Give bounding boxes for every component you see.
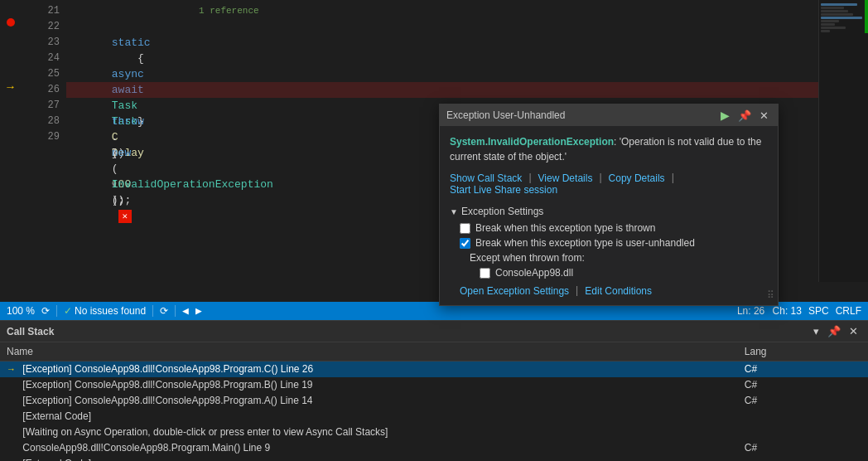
nav-left[interactable]: ◀ [182,304,189,318]
stack-row-7-name: [External Code] [0,456,738,462]
gutter-25 [0,63,21,79]
gutter-29 [0,126,21,142]
panel-header: Call Stack ▾ 📌 ✕ [0,321,868,342]
zoom-level: 100 % [7,305,35,317]
code-line-26: throw new InvalidOperationException (); … [66,82,868,98]
panel-dropdown-btn[interactable]: ▾ [810,323,822,339]
stack-row-3[interactable]: [Exception] ConsoleApp98.dll!ConsoleApp9… [0,393,868,409]
stack-row-5-lang [738,425,868,440]
open-exception-settings-link[interactable]: Open Exception Settings [460,285,569,297]
code-line-24: await Task . Delay ( 100 ); [66,51,868,66]
line-ending[interactable]: CRLF [836,305,861,317]
line-numbers: 21 22 23 24 25 26 27 28 29 [21,0,66,282]
resize-corner[interactable]: ⠿ [767,289,774,302]
except-when-label: Except when thrown from: [450,252,768,264]
copy-details-link[interactable]: Copy Details [609,172,665,184]
ln-22: 22 [21,19,60,35]
stack-row-6[interactable]: ConsoleApp98.dll!ConsoleApp98.Program.Ma… [0,440,868,456]
checkbox-console-app[interactable] [480,268,490,279]
error-badge[interactable]: ✕ [118,210,132,223]
continue-button[interactable]: ▶ [718,108,732,123]
col-lang: Lang [738,342,868,361]
show-call-stack-link[interactable]: Show Call Stack [450,172,522,184]
popup-body: System.InvalidOperationException: 'Opera… [440,126,778,305]
stack-row-1[interactable]: → [Exception] ConsoleApp98.dll!ConsoleAp… [0,361,868,377]
panel-actions: ▾ 📌 ✕ [810,323,861,339]
stack-row-6-lang: C# [738,440,868,456]
stack-row-4-lang [738,409,868,425]
stack-row-6-name: ConsoleApp98.dll!ConsoleApp98.Program.Ma… [0,440,738,456]
gutter-22 [0,16,21,32]
stack-row-2-name: [Exception] ConsoleApp98.dll!ConsoleApp9… [0,377,738,393]
popup-links: Show Call Stack | View Details | Copy De… [450,172,768,196]
mini-line-8 [821,27,846,29]
pin-button[interactable]: 📌 [735,109,754,123]
ln-26: 26 [21,82,60,98]
breakpoint-22[interactable] [7,17,15,30]
checkbox-break-unhandled-label: Break when this exception type is user-u… [475,237,695,249]
no-issues-badge: ✓ No issues found [64,305,146,317]
gutter-23 [0,32,21,47]
gutter-27 [0,95,21,110]
checkbox-break-unhandled[interactable] [460,238,470,249]
col-name: Name [0,342,738,361]
encoding[interactable]: SPC [808,305,829,317]
mini-line-9 [821,30,830,32]
mini-line-1 [821,3,857,6]
call-stack-panel: Call Stack ▾ 📌 ✕ Name Lang → [Exception]… [0,320,868,461]
code-line-25 [66,66,868,82]
edit-conditions-link[interactable]: Edit Conditions [585,285,652,297]
gutter-28 [0,110,21,126]
checkbox-break-thrown[interactable] [460,223,470,234]
mini-line-7 [821,23,835,26]
current-line-arrow: → [7,80,13,94]
ln-25: 25 [21,66,60,82]
console-app-row: ConsoleApp98.dll [450,267,768,279]
exception-message: System.InvalidOperationException: 'Opera… [450,134,768,164]
sync-icon[interactable]: ⟳ [160,305,168,317]
stack-row-1-name: → [Exception] ConsoleApp98.dll!ConsoleAp… [0,361,738,377]
mini-line-5 [821,17,862,19]
minimap [818,0,868,282]
view-details-link[interactable]: View Details [538,172,593,184]
checkbox-break-thrown-label: Break when this exception type is thrown [475,222,655,234]
settings-header: ▼ Exception Settings [450,206,768,217]
collapse-triangle[interactable]: ▼ [450,207,458,216]
stack-row-7-lang [738,456,868,462]
line-col: Ln: 26 Ch: 13 [737,305,802,317]
mini-line-4 [821,13,853,16]
panel-title: Call Stack [7,326,54,337]
minimap-content [819,0,868,36]
panel-pin-btn[interactable]: 📌 [824,323,844,339]
call-stack-scroll[interactable]: Name Lang → [Exception] ConsoleApp98.dll… [0,342,868,461]
start-live-share-link[interactable]: Start Live Share session [450,184,557,196]
close-button[interactable]: ✕ [757,109,771,123]
stack-row-2-lang: C# [738,377,868,393]
mini-line-3 [821,10,848,12]
stack-row-7[interactable]: [External Code] [0,456,868,462]
row-arrow-2 [7,377,20,393]
code-line-23: { [66,35,868,51]
stack-row-5[interactable]: [Waiting on Async Operation, double-clic… [0,425,868,440]
bottom-links: Open Exception Settings | Edit Condition… [450,285,768,297]
gutter-26: → [0,79,21,95]
stack-row-4[interactable]: [External Code] [0,409,868,425]
table-header: Name Lang [0,342,868,361]
nav-right[interactable]: ▶ [195,304,202,318]
gutter-24 [0,47,21,63]
mini-line-2 [821,7,844,9]
mini-line-6 [821,20,839,22]
checkbox-row-2: Break when this exception type is user-u… [450,237,768,249]
checkbox-row-1: Break when this exception type is thrown [450,222,768,234]
ln-23: 23 [21,35,60,51]
stack-row-2[interactable]: [Exception] ConsoleApp98.dll!ConsoleApp9… [0,377,868,393]
ref-text: 1 reference [199,3,259,19]
git-icon[interactable]: ⟳ [41,305,50,317]
row-arrow-1: → [7,362,20,377]
ln-24: 24 [21,51,60,66]
panel-close-btn[interactable]: ✕ [846,323,861,339]
console-app-label: ConsoleApp98.dll [495,267,573,279]
left-gutter: → [0,0,21,282]
ln-21: 21 [21,3,60,19]
code-line-21: 1 reference [66,3,868,19]
